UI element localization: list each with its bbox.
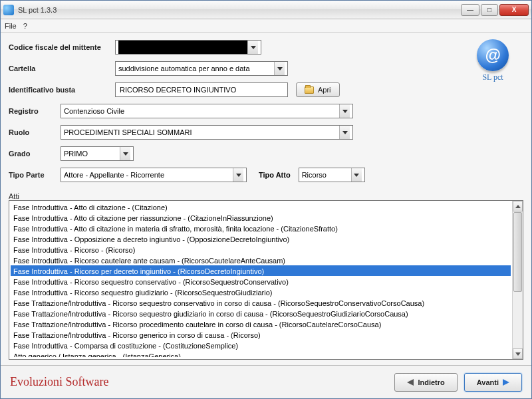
list-item[interactable]: Fase Introduttiva - Ricorso sequestro gi… xyxy=(11,287,511,297)
list-item[interactable]: Fase Trattazione/Introduttiva - Ricorso … xyxy=(11,308,511,319)
scroll-up-icon[interactable] xyxy=(513,201,523,211)
chevron-down-icon[interactable] xyxy=(274,62,285,75)
list-item[interactable]: Fase Introduttiva - Atto di citazione pe… xyxy=(11,212,511,223)
tipo-atto-combo[interactable]: Ricorso xyxy=(299,168,365,182)
title-bar: SL pct 1.3.3 — □ X xyxy=(1,1,531,19)
app-logo: @ SL pct xyxy=(473,39,513,82)
registro-value: Contenzioso Civile xyxy=(64,107,339,115)
list-item[interactable]: Fase Trattazione/Introduttiva - Ricorso … xyxy=(11,319,511,329)
ruolo-value: PROCEDIMENTI SPECIALI SOMMARI xyxy=(64,128,339,136)
label-identificativo: Identificativo busta xyxy=(9,86,115,94)
tipo-parte-value: Attore - Appellante - Ricorrente xyxy=(64,171,233,179)
arrow-left-icon xyxy=(407,379,414,386)
footer-brand: Evoluzioni Software xyxy=(10,375,394,389)
chevron-down-icon[interactable] xyxy=(120,147,130,160)
maximize-button[interactable]: □ xyxy=(481,4,498,16)
list-item[interactable]: Fase Introduttiva - Opposizione a decret… xyxy=(11,233,511,244)
list-item[interactable]: Fase Introduttiva - Ricorso per decreto … xyxy=(11,265,511,276)
scroll-thumb[interactable] xyxy=(513,212,522,292)
menu-file[interactable]: File xyxy=(5,22,17,30)
atti-list-inner: Fase Introduttiva - Atto di citazione - … xyxy=(9,201,512,359)
app-icon xyxy=(3,5,14,15)
cartella-value: suddivisione automatica per anno e data xyxy=(118,65,274,72)
menu-bar: File ? xyxy=(1,19,531,33)
chevron-down-icon[interactable] xyxy=(233,168,243,182)
list-item[interactable]: Atto generico / Istanza generica - (Ista… xyxy=(11,350,511,357)
label-grado: Grado xyxy=(9,150,61,158)
window-controls: — □ X xyxy=(461,4,529,16)
apri-label: Apri xyxy=(318,86,331,94)
cartella-combo[interactable]: suddivisione automatica per anno e data xyxy=(115,61,288,76)
list-item[interactable]: Fase Introduttiva - Ricorso sequestro co… xyxy=(11,276,511,287)
close-button[interactable]: X xyxy=(499,4,529,16)
grado-combo[interactable]: PRIMO xyxy=(61,146,134,161)
list-item[interactable]: Fase Trattazione/Introduttiva - Ricorso … xyxy=(11,329,511,340)
label-tipo-parte: Tipo Parte xyxy=(9,171,61,179)
list-item[interactable]: Fase Introduttiva - Atto di citazione in… xyxy=(11,223,511,233)
label-registro: Registro xyxy=(9,107,61,115)
chevron-down-icon[interactable] xyxy=(339,104,350,118)
label-cartella: Cartella xyxy=(9,65,115,72)
scroll-down-icon[interactable] xyxy=(513,348,523,359)
list-item[interactable]: Fase Trattazione/Introduttiva - Ricorso … xyxy=(11,297,511,308)
at-icon: @ xyxy=(477,39,509,71)
ruolo-combo[interactable]: PROCEDIMENTI SPECIALI SOMMARI xyxy=(61,125,353,140)
main-panel: @ SL pct Codice fiscale del mittente Car… xyxy=(1,33,531,365)
tipo-parte-combo[interactable]: Attore - Appellante - Ricorrente xyxy=(61,168,247,182)
list-item[interactable]: Fase Introduttiva - Atto di citazione - … xyxy=(11,201,511,212)
atti-listbox[interactable]: Fase Introduttiva - Atto di citazione - … xyxy=(9,200,523,360)
codice-fiscale-value xyxy=(118,41,247,54)
arrow-right-icon xyxy=(503,379,509,386)
chevron-down-icon[interactable] xyxy=(247,41,258,54)
avanti-label: Avanti xyxy=(477,378,499,386)
chevron-down-icon[interactable] xyxy=(339,126,350,139)
apri-button[interactable]: Apri xyxy=(296,82,340,97)
label-tipo-atto: Tipo Atto xyxy=(259,171,291,179)
identificativo-input[interactable] xyxy=(118,83,285,96)
window-title: SL pct 1.3.3 xyxy=(18,6,461,14)
indietro-label: Indietro xyxy=(418,378,444,386)
chevron-down-icon[interactable] xyxy=(351,168,362,182)
scroll-track[interactable] xyxy=(513,211,523,348)
registro-combo[interactable]: Contenzioso Civile xyxy=(61,104,353,118)
list-item[interactable]: Fase Introduttiva - Ricorso - (Ricorso) xyxy=(11,244,511,255)
list-item[interactable]: Fase Introduttiva - Comparsa di costituz… xyxy=(11,340,511,350)
folder-icon xyxy=(305,86,314,94)
listbox-scrollbar[interactable] xyxy=(512,201,523,359)
tipo-atto-value: Ricorso xyxy=(302,171,351,179)
list-item[interactable]: Fase Introduttiva - Ricorso cautelare an… xyxy=(11,255,511,265)
app-window: SL pct 1.3.3 — □ X File ? @ SL pct Codic… xyxy=(0,0,532,399)
codice-fiscale-combo[interactable] xyxy=(115,40,261,55)
label-ruolo: Ruolo xyxy=(9,128,61,136)
footer-bar: Evoluzioni Software Indietro Avanti xyxy=(1,365,531,398)
identificativo-field[interactable] xyxy=(115,82,288,97)
indietro-button[interactable]: Indietro xyxy=(394,373,457,392)
logo-text: SL pct xyxy=(473,72,513,82)
avanti-button[interactable]: Avanti xyxy=(464,373,522,392)
menu-help[interactable]: ? xyxy=(23,22,27,30)
grado-value: PRIMO xyxy=(64,150,120,158)
label-atti: Atti xyxy=(9,192,523,200)
label-codice-fiscale: Codice fiscale del mittente xyxy=(9,43,115,51)
minimize-button[interactable]: — xyxy=(461,4,479,16)
